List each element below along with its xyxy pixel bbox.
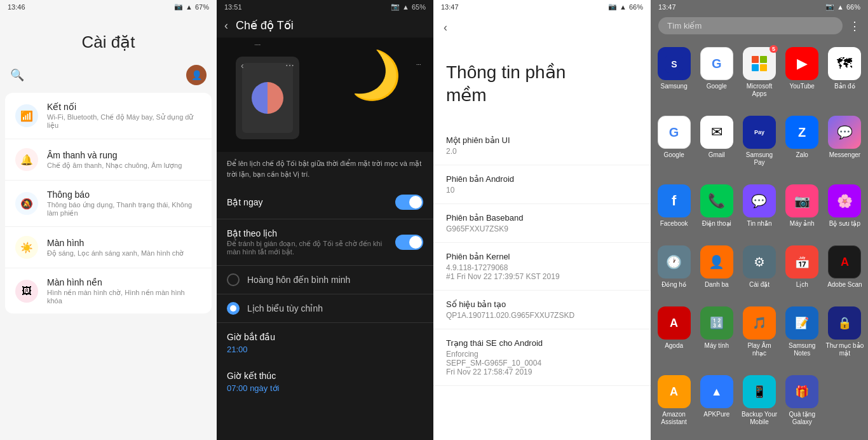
panel-app-drawer: 13:47 📷 ▲ 66% Tìm kiếm ⋮ S Samsung G Goo…: [651, 0, 868, 440]
bat-ngay-toggle[interactable]: [395, 195, 423, 210]
app-galaxy-gift[interactable]: 🎁 Quà tặng Galaxy: [782, 371, 823, 430]
apps-row-2: G Google ✉ Gmail Pay Samsung Pay Z Zalo …: [651, 107, 868, 175]
app-samsung-notes[interactable]: 📝 Samsung Notes: [782, 303, 823, 361]
settings-item-thong-bao[interactable]: 🔕 Thông báo Thông báo ứng dụng, Thanh tr…: [5, 181, 212, 227]
app-backup[interactable]: 📱 Backup Your Mobile: [738, 371, 780, 430]
app-agoda[interactable]: A Agoda: [653, 303, 695, 361]
build-value: QP1A.190711.020.G965FXXU7ZSKD: [446, 311, 638, 320]
app-messages[interactable]: 💬 Tin nhắn: [738, 181, 780, 231]
phone-icon: 📞: [700, 184, 733, 217]
search-icon[interactable]: 🔍: [10, 68, 24, 82]
app-amazon[interactable]: A Amazon Assistant: [653, 371, 695, 430]
youtube-icon: ▶: [785, 47, 818, 80]
contacts-label: Danh ba: [705, 281, 729, 289]
app-contacts[interactable]: 👤 Danh ba: [696, 242, 737, 292]
am-thanh-icon: 🔔: [15, 148, 38, 171]
app-settings[interactable]: ⚙ Cài đặt: [738, 242, 780, 292]
app-apkpure[interactable]: ▲ APKPure: [696, 371, 737, 430]
time-1: 13:46: [8, 3, 25, 11]
youtube-label: YouTube: [790, 83, 815, 90]
bat-theo-lich-toggle[interactable]: [395, 235, 423, 250]
app-messenger[interactable]: 💬 Messenger: [824, 112, 865, 170]
clock-label: Đồng hồ: [661, 281, 686, 289]
status-bar-4: 13:47 📷 ▲ 66%: [651, 0, 868, 13]
google-icon-2: G: [658, 116, 691, 149]
cam-icon-4: 📷: [825, 3, 834, 11]
app-clock[interactable]: 🕐 Đồng hồ: [653, 242, 695, 292]
radio-hoang-hon[interactable]: Hoàng hôn đến bình minh: [217, 266, 433, 294]
calculator-icon: 🔢: [700, 306, 733, 340]
info-se-status: Trạng thái SE cho Android EnforcingSEPF_…: [433, 329, 651, 386]
app-zalo[interactable]: Z Zalo: [782, 112, 823, 170]
dark-mode-top-bar: ‹ Chế độ Tối: [217, 13, 433, 38]
info-ui-version: Một phiên bản UI 2.0: [433, 127, 651, 165]
bat-ngay-label: Bật ngay: [227, 197, 262, 207]
radio-lich-tuy-chinh-circle: [227, 302, 240, 315]
app-search-box[interactable]: Tìm kiếm: [658, 17, 843, 34]
apps-row-3: f Facebook 📞 Điện thoại 💬 Tin nhắn 📷 Máy…: [651, 175, 868, 237]
app-gmail[interactable]: ✉ Gmail: [696, 112, 737, 170]
app-samsung[interactable]: S Samsung: [653, 43, 695, 102]
samsung-pay-label: Samsung Pay: [740, 151, 778, 167]
battery-3: 66%: [629, 3, 643, 11]
baseband-label: Phiên bản Baseband: [446, 213, 638, 223]
app-google2[interactable]: G Google: [653, 112, 695, 170]
empty-icon: [828, 375, 861, 408]
bat-ngay-row[interactable]: Bật ngay: [217, 186, 433, 219]
app-facebook[interactable]: f Facebook: [653, 181, 695, 231]
calendar-label: Lịch: [796, 281, 808, 289]
apkpure-icon: ▲: [700, 375, 733, 408]
radio-lich-tuy-chinh[interactable]: Lịch biểu tùy chỉnh: [217, 294, 433, 323]
app-samsung-pay[interactable]: Pay Samsung Pay: [738, 112, 780, 170]
messages-icon: 💬: [743, 184, 776, 217]
cam-icon-2: 📷: [391, 3, 400, 11]
settings-title: Cài đặt: [0, 13, 217, 65]
app-calculator[interactable]: 🔢 Máy tính: [696, 303, 737, 361]
start-value[interactable]: 21:00: [217, 345, 433, 362]
app-youtube[interactable]: ▶ YouTube: [782, 43, 823, 102]
app-maps[interactable]: 🗺 Bản đồ: [824, 43, 865, 102]
galaxy-gift-icon: 🎁: [785, 375, 818, 408]
settings-item-am-thanh[interactable]: 🔔 Âm thanh và rung Chế độ âm thanh, Nhạc…: [5, 139, 212, 181]
app-phone[interactable]: 📞 Điện thoại: [696, 181, 737, 231]
settings-item-man-hinh-nen[interactable]: 🖼 Màn hình nền Hình nền màn hình chờ, Hì…: [5, 268, 212, 313]
radio-hoang-hon-circle: [227, 273, 240, 286]
app-gallery[interactable]: 🌸 Bộ sưu tập: [824, 181, 865, 231]
am-thanh-title: Âm thanh và rung: [47, 150, 182, 160]
info-android-version: Phiên bản Android 10: [433, 165, 651, 204]
app-calendar[interactable]: 📅 Lịch: [782, 242, 823, 292]
backup-icon: 📱: [743, 375, 776, 408]
back-arrow-3[interactable]: ‹: [444, 21, 447, 34]
samsung-notes-label: Samsung Notes: [783, 342, 822, 357]
agoda-label: Agoda: [665, 342, 683, 350]
ket-noi-sub: Wi-Fi, Bluetooth, Chế độ Máy bay, Sử dụn…: [47, 113, 201, 130]
apps-row-5: A Agoda 🔢 Máy tính 🎵 Play Âm nhạc 📝 Sams…: [651, 298, 868, 366]
microsoft-label: Microsoft Apps: [740, 83, 778, 98]
app-adobe-scan[interactable]: A Adobe Scan: [824, 242, 865, 292]
end-value[interactable]: 07:00 ngày tới: [217, 383, 433, 401]
settings-item-man-hinh[interactable]: ☀️ Màn hình Độ sáng, Lọc ánh sáng xanh, …: [5, 227, 212, 268]
apps-row-6: A Amazon Assistant ▲ APKPure 📱 Backup Yo…: [651, 366, 868, 435]
app-microsoft[interactable]: 5 Microsoft Apps: [738, 43, 780, 102]
app-camera[interactable]: 📷 Máy ảnh: [782, 181, 823, 231]
settings-item-ket-noi[interactable]: 📶 Kết nối Wi-Fi, Bluetooth, Chế độ Máy b…: [5, 93, 212, 139]
back-arrow-2[interactable]: ‹: [224, 19, 228, 32]
avatar[interactable]: 👤: [186, 65, 207, 85]
moon-icon: 🌙: [339, 43, 409, 111]
app-play-music[interactable]: 🎵 Play Âm nhạc: [738, 303, 780, 361]
app-secure-folder[interactable]: 🔒 Thư mục bảo mật: [824, 303, 865, 361]
dark-mode-preview: 🌙 • • • • • • • • ⋯ ‹: [217, 38, 433, 152]
battery-2: 65%: [412, 3, 426, 11]
google-label-1: Google: [707, 83, 727, 90]
signal-icon-4: ▲: [837, 3, 844, 11]
play-music-icon: 🎵: [743, 306, 776, 340]
bat-theo-lich-row[interactable]: Bật theo lịch Để tránh bị gián đoạn, chế…: [217, 219, 433, 266]
more-icon[interactable]: ⋮: [849, 19, 860, 33]
settings-search-bar[interactable]: 🔍 👤: [0, 65, 217, 85]
man-hinh-sub: Độ sáng, Lọc ánh sáng xanh, Màn hình chờ: [47, 249, 184, 258]
camera-label: Máy ảnh: [790, 220, 815, 228]
app-google[interactable]: G Google: [696, 43, 737, 102]
man-hinh-icon: ☀️: [15, 236, 38, 259]
messenger-icon: 💬: [828, 116, 861, 149]
ket-noi-text: Kết nối Wi-Fi, Bluetooth, Chế độ Máy bay…: [47, 102, 201, 130]
